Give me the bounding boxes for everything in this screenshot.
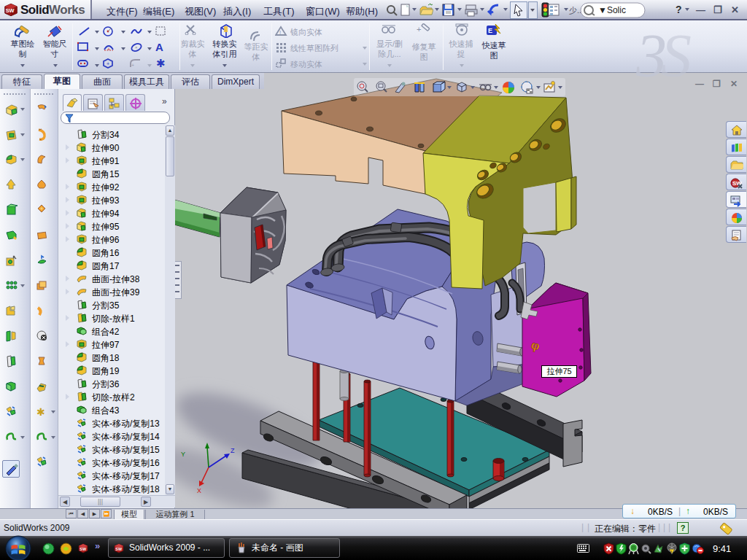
svg-text:!: !: [279, 29, 281, 36]
svg-text:Z: Z: [231, 447, 235, 454]
svg-text:SW: SW: [80, 547, 87, 551]
svg-text:X: X: [197, 487, 201, 494]
svg-text:SW: SW: [115, 547, 123, 551]
svg-text:+: +: [131, 63, 134, 68]
svg-text:✱: ✱: [36, 406, 45, 418]
svg-text:SW: SW: [6, 7, 15, 14]
svg-text:+: +: [417, 25, 421, 34]
svg-text:A: A: [155, 41, 163, 53]
svg-text:+: +: [107, 61, 109, 66]
svg-text:✱: ✱: [156, 57, 166, 69]
svg-text:Y: Y: [181, 451, 185, 458]
svg-text:E: E: [488, 27, 492, 34]
svg-text:+: +: [107, 47, 110, 52]
svg-text:×: ×: [135, 45, 138, 50]
